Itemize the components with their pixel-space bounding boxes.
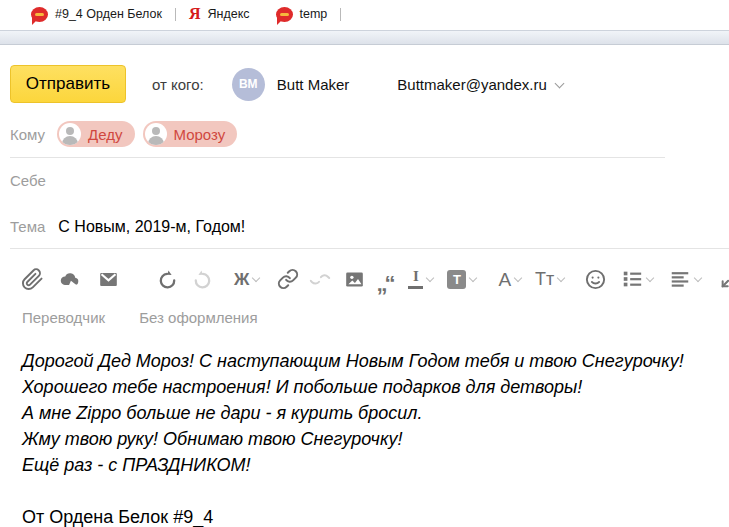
sender-avatar[interactable]: BM (232, 68, 265, 101)
chevron-down-icon (646, 274, 654, 282)
person-avatar-icon (59, 123, 81, 145)
to-row[interactable]: Кому Деду Морозу (10, 121, 665, 158)
to-label: Кому (10, 126, 45, 143)
font-size-icon[interactable]: Тт (535, 269, 566, 290)
list-icon[interactable] (621, 268, 655, 290)
recipient-name: Морозу (174, 126, 226, 143)
subject-row[interactable]: Тема С Новым, 2019-м, Годом! (10, 218, 729, 249)
from-label: от кого: (152, 76, 204, 93)
self-field[interactable]: Себе (10, 172, 729, 196)
editor-toolbar: Ж „“ I (10, 265, 729, 293)
chevron-down-icon[interactable] (554, 78, 564, 88)
chevron-down-icon (694, 274, 702, 282)
chat-bubble-minus-icon (276, 7, 293, 22)
recipient-name: Деду (88, 126, 122, 143)
subject-input[interactable]: С Новым, 2019-м, Годом! (58, 218, 245, 236)
body-line: А мне Zippo больше не дари - я курить бр… (22, 400, 729, 426)
text-color-icon[interactable]: I (408, 269, 435, 290)
subject-label: Тема (10, 218, 45, 235)
body-line: Жму твою руку! Обнимаю твою Снегурочку! (22, 426, 729, 452)
tab-orden-belok[interactable]: #9_4 Орден Белок (18, 0, 175, 28)
tab-temp[interactable]: temp (263, 0, 341, 28)
image-icon[interactable] (343, 269, 366, 290)
align-icon[interactable] (669, 268, 703, 290)
translator-link[interactable]: Переводчик (22, 309, 105, 326)
quote-icon[interactable]: „“ (376, 270, 392, 289)
tab-label: Яндекс (207, 7, 249, 21)
person-avatar-icon (145, 123, 167, 145)
chevron-down-icon (557, 274, 565, 282)
tab-separator (340, 8, 341, 21)
background-color-icon[interactable]: T (447, 270, 478, 289)
tab-yandex[interactable]: Я Яндекс (176, 0, 263, 28)
body-line: Хорошего тебе настроения! И побольше под… (22, 374, 729, 400)
compose-pane: Отправить от кого: BM Butt Maker Buttmak… (0, 65, 729, 527)
chevron-down-icon (469, 274, 477, 282)
sender-name: Butt Maker (277, 76, 350, 93)
cloud-attach-icon[interactable] (58, 268, 82, 290)
body-line: Ещё раз - с ПРАЗДНИКОМ! (22, 452, 729, 478)
yandex-icon: Я (189, 6, 201, 22)
chat-bubble-minus-icon (31, 7, 48, 22)
fullscreen-icon[interactable] (719, 268, 729, 290)
attach-icon[interactable] (21, 268, 44, 291)
signature-line: От Ордена Белок #9_4 (22, 504, 729, 527)
emoji-icon[interactable] (584, 268, 607, 291)
message-body-editor[interactable]: Дорогой Дед Мороз! С наступающим Новым Г… (10, 348, 729, 527)
recipient-chip[interactable]: Деду (57, 121, 134, 147)
sender-email[interactable]: Buttmaker@yandex.ru (397, 76, 546, 93)
unlink-icon[interactable] (309, 268, 331, 290)
undo-icon[interactable] (156, 268, 179, 291)
redo-icon[interactable] (191, 268, 214, 291)
browser-toolbar-band (0, 30, 729, 45)
plain-text-link[interactable]: Без оформления (139, 309, 257, 326)
font-family-icon[interactable]: A (498, 270, 523, 289)
body-line: Дорогой Дед Мороз! С наступающим Новым Г… (22, 348, 729, 374)
from-row: Отправить от кого: BM Butt Maker Buttmak… (10, 65, 729, 103)
tab-label: temp (300, 7, 328, 21)
chevron-down-icon (514, 274, 522, 282)
tab-label: #9_4 Орден Белок (55, 7, 162, 21)
toolbar-sublinks: Переводчик Без оформления (10, 309, 729, 326)
send-button[interactable]: Отправить (10, 65, 126, 103)
link-icon[interactable] (277, 268, 299, 290)
attach-from-mail-icon[interactable] (97, 269, 120, 290)
chevron-down-icon (252, 274, 260, 282)
bold-icon[interactable]: Ж (234, 271, 261, 288)
browser-tab-strip: #9_4 Орден Белок Я Яндекс temp (0, 0, 729, 28)
chevron-down-icon (426, 274, 434, 282)
recipient-chip[interactable]: Морозу (143, 121, 238, 147)
